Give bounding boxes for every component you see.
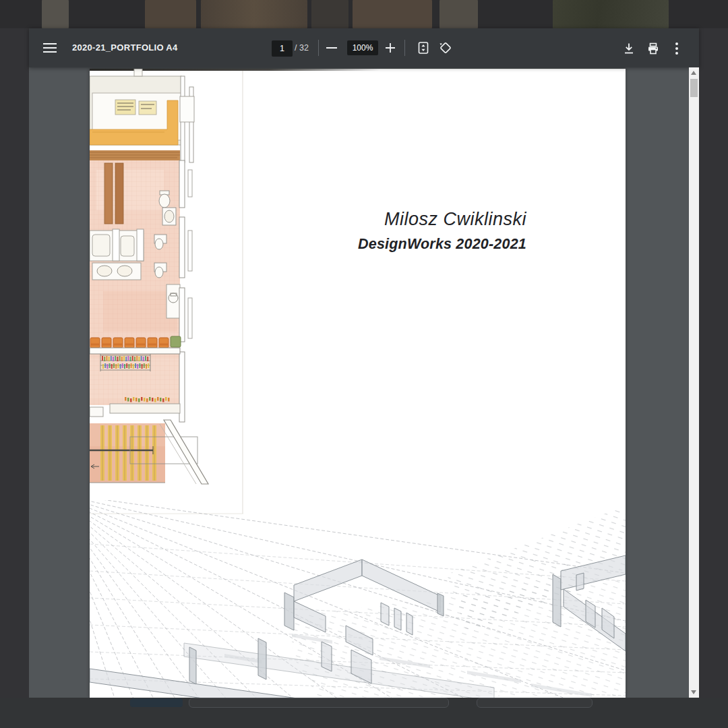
background-input-field[interactable]: [189, 698, 449, 708]
background-thumbnail: [439, 0, 478, 28]
rotate-counterclockwise-icon: [439, 41, 452, 55]
fit-to-page-icon: [417, 41, 430, 55]
hamburger-menu-icon[interactable]: [43, 43, 57, 53]
background-thumbnail: [553, 0, 669, 28]
pdf-toolbar: 2020-21_PORTFOLIO A4 / 32 100%: [29, 28, 699, 67]
background-thumbnail: [145, 0, 196, 28]
page-number-input[interactable]: [272, 40, 293, 57]
floorplan-artwork: [90, 69, 208, 484]
background-page-bottom: [0, 698, 728, 728]
pdf-viewer: 2020-21_PORTFOLIO A4 / 32 100%: [29, 28, 699, 698]
rotate-button[interactable]: [439, 41, 452, 55]
cover-title-block: Milosz Cwiklinski DesignWorks 2020-2021: [358, 209, 526, 253]
zoom-out-button[interactable]: [326, 42, 338, 54]
background-thumbnail: [311, 0, 348, 28]
scroll-up-arrow-icon[interactable]: [691, 71, 696, 75]
background-input-field[interactable]: [477, 698, 593, 708]
background-button[interactable]: [130, 698, 183, 707]
page-count-label: / 32: [295, 28, 309, 67]
plus-icon: [384, 42, 396, 54]
more-options-button[interactable]: [673, 42, 680, 57]
scrollbar-thumb[interactable]: [690, 79, 698, 97]
toolbar-separator: [404, 40, 405, 56]
toolbar-separator: [318, 40, 319, 56]
axonometric-artwork: [90, 492, 626, 698]
page-artwork: [90, 69, 626, 698]
scrollbar[interactable]: [689, 67, 699, 698]
background-thumbnail: [353, 0, 432, 28]
print-button[interactable]: [646, 42, 660, 55]
background-thumbnail: [201, 0, 307, 28]
download-button[interactable]: [622, 42, 636, 55]
zoom-in-button[interactable]: [384, 42, 398, 55]
fit-to-page-button[interactable]: [417, 41, 430, 55]
background-page-top: [0, 0, 728, 28]
pdf-content-area: Milosz Cwiklinski DesignWorks 2020-2021: [29, 67, 699, 698]
minus-icon: [326, 47, 337, 49]
download-icon: [622, 42, 636, 55]
pdf-page: Milosz Cwiklinski DesignWorks 2020-2021: [90, 69, 626, 698]
author-name: Milosz Cwiklinski: [358, 209, 526, 230]
background-thumbnail: [42, 0, 69, 28]
printer-icon: [646, 42, 660, 55]
scroll-down-arrow-icon[interactable]: [691, 690, 696, 694]
zoom-level-value[interactable]: 100%: [347, 40, 378, 55]
portfolio-title: DesignWorks 2020-2021: [358, 236, 526, 253]
document-title: 2020-21_PORTFOLIO A4: [72, 28, 178, 67]
